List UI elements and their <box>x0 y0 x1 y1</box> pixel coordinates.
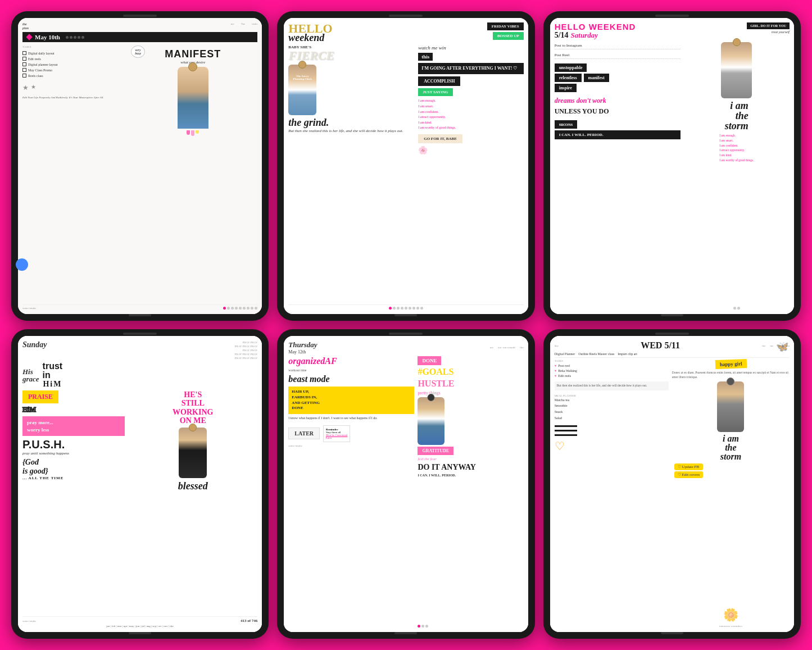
main-grid: theplan me Tue tasks May 10th <box>0 0 812 650</box>
t3-dreams: dreams don't work <box>555 97 681 105</box>
t6-tomorrow: tomorrow reminders <box>719 625 742 628</box>
t4-god-is-good: {Godis good} <box>22 458 125 476</box>
t3-treat-yourself: treat yourself <box>772 30 790 34</box>
t1-task-1: Digital daily layout <box>28 52 55 55</box>
t6-figure <box>717 381 744 432</box>
t3-manifest-badge: manifest <box>584 74 609 82</box>
t1-very-busy: verybusy <box>131 46 145 58</box>
t4-hes-still: HE'SSTILLWORKINGON ME <box>173 390 213 425</box>
t3-inspire: inspire <box>555 84 577 92</box>
t4-all-the-time: ... ALL THE TIME <box>22 476 125 480</box>
t1-task-5: Reels class <box>28 74 43 78</box>
tablet-6: 🦋 day WED 5/11 metuetuethu <box>543 329 801 639</box>
t3-unstoppable: unstoppable <box>555 63 587 72</box>
t5-thursday: Thursday <box>288 340 317 349</box>
t5-workout: workout time <box>288 369 414 372</box>
t4-praise: PRAISE <box>22 390 58 403</box>
t6-task-edit-reels: Edit reels <box>558 374 571 378</box>
t4-month-nav: jan | feb | mar | apr | may | jun | jul … <box>22 625 257 628</box>
t2-affirmations: I am enough.I am smart.I am confident.I … <box>418 98 523 131</box>
t3-affirmations: I am enough.I am smart.I am confident.I … <box>719 133 754 163</box>
t2-watch-me-win: watch me win <box>418 45 523 51</box>
t1-task-3: Digital planner layout <box>28 63 58 66</box>
blue-dot <box>16 258 28 271</box>
t2-fierce: FIERCE <box>288 49 415 62</box>
t1-date: May 10th <box>35 34 60 40</box>
t5-gratitude: GRATITUDE <box>418 447 453 455</box>
t4-page-counter: 413 of 746 <box>241 619 257 623</box>
t4-blessed: blessed <box>178 480 208 492</box>
t1-footer-label: water intake <box>22 307 37 310</box>
t2-figure: The SavvyPlanning Chick <box>288 65 316 115</box>
t6-butterfly-icon: 🦋 <box>776 340 788 353</box>
t2-this-label: this <box>418 53 433 61</box>
t4-footer: water intake <box>22 620 37 622</box>
t6-update-fb: ♡ Update FB <box>674 463 703 470</box>
t1-figure <box>178 67 208 129</box>
t5-reminder-box: Reminder Stay them all Men be Convinved … <box>323 425 350 442</box>
t5-organized-af: organizedAF <box>288 356 414 366</box>
t3-girl-do-it: GIRL. DO IT FOR YOU <box>747 22 790 29</box>
t6-day-label: day <box>555 344 559 347</box>
t2-flower-icon: 🌸 <box>418 146 523 155</box>
t3-saturday: Saturday <box>571 31 598 40</box>
t1-dots-row <box>66 36 84 39</box>
t6-date: 5/11 <box>664 340 680 351</box>
t6-import-clip: Import clip art <box>618 352 637 356</box>
t6-meals: Matcha teaSmoothieSnackSalad <box>555 397 669 421</box>
t2-bottom-quote: But then she realized this is her life, … <box>288 129 415 133</box>
t3-hello-weekend: HELLO WEEKEND <box>555 22 636 31</box>
tablet-2: HELLO weekend FRIDAY VIBES BOSSED UP <box>277 11 534 321</box>
t6-outline-reels: Outline Reels Master class <box>578 352 614 356</box>
tablet-5: Thursday May 12th metue: run errandsthu … <box>277 329 534 639</box>
t4-push-sub: pray until something happens <box>22 451 125 456</box>
t4-sunday: Sunday <box>22 340 47 349</box>
t3-relentless: relentless <box>555 74 582 82</box>
t1-logo: theplan <box>22 22 29 30</box>
t3-post-instagram: Post to Instagram <box>555 42 681 49</box>
t6-task-beka: Beka Walking <box>558 369 577 372</box>
t6-i-am-storm: i amthestorm <box>720 434 741 461</box>
t1-task-4: May Class Promo <box>28 69 52 72</box>
t1-task-2: Edit reels <box>28 57 41 61</box>
t4-his-grace: Hisgrace <box>22 368 39 383</box>
t2-going-after: I'M GOING AFTER EVERYTHING I WANT! ♡ <box>418 63 523 74</box>
t6-wed: WED <box>641 340 662 351</box>
t6-edit-covers: ♡ Edit covers <box>674 471 703 478</box>
t5-i-know: I know what happens if I don't. I want t… <box>288 416 414 421</box>
t4-pray-more: pray more...worry less <box>22 416 125 436</box>
t3-unless: UNLESS YOU DO <box>555 107 681 116</box>
t5-hair-up: HAIR UP,EARBUDS IN,AND GETTINGDONE <box>288 387 414 414</box>
t1-diamond-icon <box>26 34 32 40</box>
t1-quote: Edit Your Life Purposely And Ruthlessly.… <box>22 96 125 100</box>
t5-i-can-will: I CAN. I WILL. PERIOD. <box>418 474 523 477</box>
t3-i-am-storm: i amthestorm <box>725 101 749 131</box>
t2-just-saying: JUST SAYING <box>418 88 452 96</box>
t5-footer: water intake <box>288 444 414 447</box>
t4-pray-text: PRAY PRAYPRAY PRAY PRAYPRAY PRAYPRAY PRA… <box>235 340 258 360</box>
tablet-1: theplan me Tue tasks May 10th <box>11 11 269 321</box>
t2-the-grind: the grind. <box>288 118 415 127</box>
t4-him: HiM <box>43 380 62 389</box>
t5-do-it-anyway: DO IT ANYWAY <box>418 463 523 472</box>
t4-trust-in: trustin <box>43 362 63 380</box>
t3-date: 5/14 <box>555 31 569 40</box>
t5-hustle: HUSTLE <box>418 379 523 389</box>
t5-may12: May 12th <box>288 349 317 354</box>
t6-flower-icon: 🌼 <box>723 608 738 622</box>
t2-go-for-it: GO FOR IT, BABE <box>418 134 462 143</box>
t3-figure <box>721 42 752 98</box>
t4-figure <box>179 428 207 478</box>
t6-task-post-reel: Post reel <box>558 364 570 367</box>
t2-accomplish: ACCOMPLISH <box>418 76 460 86</box>
t3-post-reel: Post Reel <box>555 52 681 59</box>
t5-done: DONE <box>418 356 441 365</box>
tablet-4: Sunday PRAY PRAYPRAY PRAY PRAYPRAY PRAYP… <box>11 329 269 639</box>
t5-figure <box>418 397 444 445</box>
t5-later: LATER <box>288 428 320 439</box>
t4-him-outlined: HiM <box>22 406 125 414</box>
t3-success: success <box>555 120 577 129</box>
t1-manifest: MANIFEST <box>165 48 221 60</box>
t5-feel-fear: feel the fear <box>418 457 523 461</box>
t5-goals: #GOALS <box>418 367 523 377</box>
